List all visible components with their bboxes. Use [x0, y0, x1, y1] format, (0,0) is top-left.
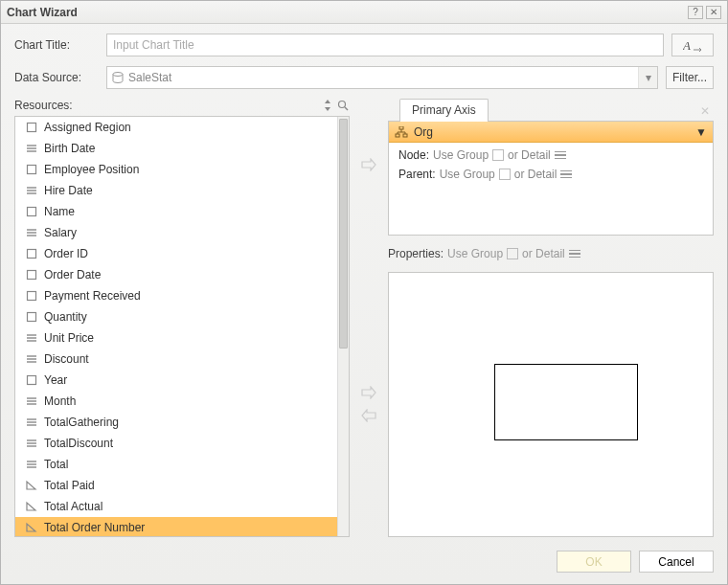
list-item[interactable]: Discount [15, 349, 337, 370]
list-item-label: Total Paid [44, 479, 95, 492]
list-item[interactable]: Year [15, 370, 337, 391]
move-right-button[interactable] [360, 156, 377, 173]
svg-rect-4 [28, 124, 36, 132]
lines-icon [25, 352, 38, 366]
list-item-label: Name [44, 205, 75, 218]
list-item-label: Employee Position [44, 163, 139, 176]
axis-rows: Node: Use Group or Detail Parent: Use Gr… [389, 143, 713, 187]
list-item[interactable]: Employee Position [15, 159, 337, 180]
rect-icon [25, 121, 38, 134]
properties-label-row: Properties: Use Group or Detail [388, 247, 714, 260]
svg-rect-16 [28, 250, 36, 259]
list-item[interactable]: Total Order Number [15, 517, 337, 536]
scrollbar-thumb[interactable] [339, 119, 348, 349]
primary-axis-panel: Org ▼ Node: Use Group or Detail [388, 121, 714, 236]
list-item[interactable]: Hire Date [15, 180, 337, 201]
svg-rect-26 [28, 376, 36, 385]
list-item-label: Order ID [44, 247, 88, 260]
resources-scrollbar[interactable] [337, 117, 349, 536]
move-right-button-2[interactable] [360, 384, 377, 401]
node-or-detail: or Detail [508, 148, 551, 162]
sort-button[interactable] [321, 99, 334, 112]
list-item[interactable]: Order ID [15, 243, 337, 264]
move-left-button[interactable] [360, 407, 377, 424]
chart-preview [494, 364, 638, 440]
help-button[interactable]: ? [688, 6, 703, 19]
svg-rect-18 [28, 292, 36, 301]
tab-primary-axis[interactable]: Primary Axis [399, 99, 489, 122]
resources-list-inner[interactable]: Assigned RegionBirth DateEmployee Positi… [15, 117, 337, 536]
list-item-label: TotalDiscount [44, 437, 113, 450]
list-item-label: Unit Price [44, 331, 94, 345]
list-item-label: Hire Date [44, 184, 93, 197]
list-item-label: Order Date [44, 268, 101, 281]
window-title: Chart Wizard [7, 6, 685, 19]
node-detail-icon[interactable] [555, 151, 566, 160]
list-item[interactable]: Order Date [15, 264, 337, 285]
list-item[interactable]: Name [15, 201, 337, 222]
rect-icon [25, 373, 38, 387]
main-area: Resources: Assigned RegionBirth DateEmpl… [14, 99, 714, 537]
resources-column: Resources: Assigned RegionBirth DateEmpl… [14, 99, 350, 537]
node-group-checkbox[interactable] [492, 149, 504, 161]
parent-group-checkbox[interactable] [499, 169, 511, 180]
org-selector[interactable]: Org ▼ [389, 122, 713, 143]
close-button[interactable]: ✕ [706, 6, 721, 19]
list-item-label: Total [44, 458, 68, 471]
chart-title-row: Chart Title: A [14, 34, 714, 56]
font-style-button[interactable]: A [671, 34, 714, 56]
resources-header: Resources: [14, 99, 350, 112]
list-item[interactable]: Month [15, 391, 337, 412]
list-item[interactable]: Salary [15, 222, 337, 243]
svg-text:A: A [683, 38, 691, 52]
list-item[interactable]: Unit Price [15, 327, 337, 349]
data-source-dropdown[interactable]: ▾ [638, 67, 657, 88]
transfer-buttons-column [359, 99, 378, 537]
rect-icon [25, 163, 38, 176]
chart-title-input[interactable] [106, 34, 664, 56]
list-item[interactable]: TotalDiscount [15, 433, 337, 454]
content-area: Chart Title: A Data Source: SaleStat ▾ F… [1, 24, 727, 584]
list-item[interactable]: Total Paid [15, 475, 337, 496]
list-item[interactable]: Payment Received [15, 285, 337, 306]
list-item-label: Total Order Number [44, 521, 145, 534]
list-item[interactable]: Total Actual [15, 496, 337, 517]
lines-icon [25, 226, 38, 239]
rect-icon [25, 247, 38, 260]
lines-icon [25, 437, 38, 450]
lines-icon [25, 416, 38, 429]
svg-rect-8 [28, 166, 36, 174]
org-icon [395, 125, 408, 139]
list-item[interactable]: Quantity [15, 306, 337, 327]
rect-icon [25, 205, 38, 218]
svg-rect-12 [28, 208, 36, 216]
parent-use-group: Use Group [440, 168, 495, 181]
list-item[interactable]: Assigned Region [15, 117, 337, 138]
list-item-label: Discount [44, 352, 89, 366]
properties-use-group: Use Group [447, 247, 503, 260]
tab-close-icon[interactable]: ✕ [700, 104, 714, 122]
list-item[interactable]: Total [15, 454, 337, 475]
properties-label: Properties: [388, 247, 444, 260]
filter-button[interactable]: Filter... [666, 66, 714, 89]
data-source-combo[interactable]: SaleStat ▾ [106, 66, 658, 89]
list-item[interactable]: TotalGathering [15, 412, 337, 433]
search-button[interactable] [336, 99, 350, 112]
dialog-buttons: OK Cancel [14, 547, 714, 573]
list-item-label: Year [44, 373, 67, 387]
properties-group-checkbox[interactable] [507, 248, 518, 259]
lines-icon [25, 142, 38, 155]
list-item[interactable]: Birth Date [15, 138, 337, 159]
node-use-group: Use Group [433, 148, 489, 162]
tab-row: Primary Axis ✕ [388, 99, 714, 122]
properties-or-detail: or Detail [522, 247, 565, 260]
svg-rect-40 [396, 134, 399, 137]
properties-detail-icon[interactable] [569, 250, 580, 259]
svg-point-1 [113, 73, 123, 77]
primary-axis-section: Primary Axis ✕ Org ▼ [388, 99, 714, 236]
parent-detail-icon[interactable] [560, 170, 572, 179]
list-item-label: TotalGathering [44, 416, 119, 429]
properties-panel [388, 272, 714, 537]
data-source-row: Data Source: SaleStat ▾ Filter... [14, 66, 714, 89]
cancel-button[interactable]: Cancel [639, 551, 714, 573]
